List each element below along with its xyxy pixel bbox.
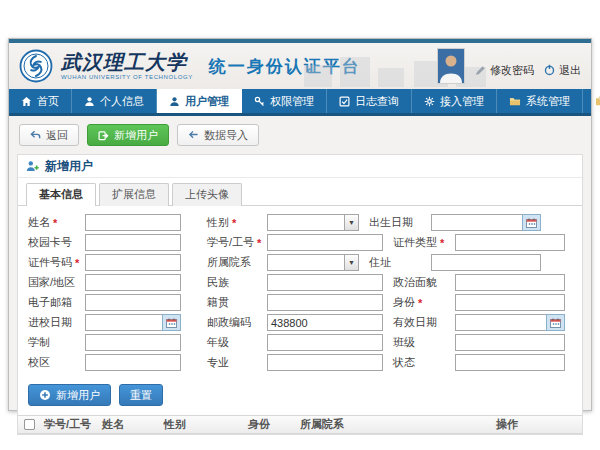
campus-card-input[interactable] (85, 234, 181, 251)
panel-title: 新增用户 (45, 158, 93, 175)
form-row: 进校日期 邮政编码 有效日期 (28, 314, 572, 331)
avatar[interactable] (437, 48, 465, 84)
back-arrow-icon (30, 130, 41, 140)
submit-add-user-button[interactable]: 新增用户 (28, 384, 111, 406)
gear-icon (424, 96, 435, 107)
field-label: 住址 (369, 255, 431, 270)
reset-button[interactable]: 重置 (119, 384, 163, 406)
folder-page-icon (595, 96, 600, 107)
major-input[interactable] (267, 354, 383, 371)
field-label: 政治面貌 (393, 275, 455, 290)
entry-date-field (85, 314, 181, 331)
birth-date-field (431, 214, 541, 231)
field-label: 证件号码* (28, 255, 85, 270)
gender-select[interactable]: ▼ (267, 214, 359, 231)
form-row: 电子邮箱 籍贯 身份* (28, 294, 572, 311)
tab-upload-avatar[interactable]: 上传头像 (172, 183, 242, 206)
platform-title: 统一身份认证平台 (209, 55, 361, 78)
university-name-en: WUHAN UNIVERSITY OF TECHNOLOGY (61, 74, 193, 80)
person-plus-icon (26, 160, 39, 172)
column-header: 操作 (492, 417, 582, 432)
entry-date-input[interactable] (85, 314, 162, 331)
folder-icon (509, 96, 521, 107)
field-label: 校园卡号 (28, 235, 85, 250)
chevron-down-icon: ▼ (344, 215, 358, 230)
calendar-icon[interactable] (522, 214, 541, 231)
chevron-down-icon: ▼ (344, 255, 358, 270)
field-label: 学号/工号* (207, 235, 267, 250)
select-all-checkbox[interactable] (23, 419, 34, 430)
campus-input[interactable] (85, 354, 181, 371)
field-label: 邮政编码 (207, 315, 267, 330)
plus-circle-icon (39, 389, 51, 401)
panel-header: 新增用户 (18, 155, 582, 178)
field-label: 状态 (393, 355, 455, 370)
field-label: 性别* (207, 215, 267, 230)
study-length-input[interactable] (85, 334, 181, 351)
nav-tab-permission-management[interactable]: 权限管理 (242, 89, 327, 113)
student-id-input[interactable] (267, 234, 383, 251)
field-label: 进校日期 (28, 315, 85, 330)
nav-tab-home[interactable]: 首页 (9, 89, 72, 113)
department-select[interactable]: ▼ (267, 254, 359, 271)
import-arrow-icon (188, 130, 199, 140)
field-label: 年级 (207, 335, 267, 350)
status-input[interactable] (455, 354, 565, 371)
main-nav: 首页 个人信息 用户管理 权限管理 日志查询 接入管理 系统管理 订阅管理 (9, 89, 591, 113)
nav-tab-access-management[interactable]: 接入管理 (412, 89, 497, 113)
nav-tab-user-management[interactable]: 用户管理 (157, 89, 242, 113)
nav-tab-log-query[interactable]: 日志查询 (327, 89, 412, 113)
valid-date-input[interactable] (455, 314, 546, 331)
header: 武汉理工大学 WUHAN UNIVERSITY OF TECHNOLOGY 统一… (9, 43, 591, 89)
address-input[interactable] (431, 254, 541, 271)
field-label: 校区 (28, 355, 85, 370)
field-label: 有效日期 (393, 315, 455, 330)
field-label: 证件类型* (393, 235, 455, 250)
power-icon (544, 64, 555, 76)
identity-input[interactable] (455, 294, 565, 311)
calendar-icon[interactable] (162, 314, 181, 331)
tab-basic-info[interactable]: 基本信息 (26, 183, 96, 206)
new-user-panel: 新增用户 基本信息 扩展信息 上传头像 姓名* 性别*▼ 出生日期 校园卡号 学… (17, 154, 583, 435)
country-region-input[interactable] (85, 274, 181, 291)
valid-date-field (455, 314, 565, 331)
grade-input[interactable] (267, 334, 383, 351)
native-place-input[interactable] (267, 294, 383, 311)
select-all-cell (18, 418, 40, 431)
user-table-header: 学号/工号 姓名 性别 身份 所属院系 操作 (18, 415, 582, 434)
field-label: 姓名* (28, 215, 85, 230)
users-icon (169, 96, 180, 107)
field-label: 民族 (207, 275, 267, 290)
email-input[interactable] (85, 294, 181, 311)
university-logo-icon (19, 49, 53, 83)
change-password-link[interactable]: 修改密码 (475, 63, 534, 78)
data-import-button[interactable]: 数据导入 (177, 124, 259, 146)
nav-tab-subscription-management[interactable]: 订阅管理 (583, 89, 600, 113)
home-icon (21, 96, 32, 107)
field-label: 籍贯 (207, 295, 267, 310)
political-status-input[interactable] (455, 274, 565, 291)
app-window: 武汉理工大学 WUHAN UNIVERSITY OF TECHNOLOGY 统一… (8, 38, 592, 411)
tab-extended-info[interactable]: 扩展信息 (99, 183, 169, 206)
class-input[interactable] (455, 334, 565, 351)
nav-tab-personal-info[interactable]: 个人信息 (72, 89, 157, 113)
log-check-icon (339, 96, 350, 107)
add-user-toolbar-icon (98, 130, 109, 141)
birth-date-input[interactable] (431, 214, 522, 231)
name-input[interactable] (85, 214, 181, 231)
back-button[interactable]: 返回 (19, 124, 79, 146)
calendar-icon[interactable] (546, 314, 565, 331)
column-header: 所属院系 (296, 417, 492, 432)
id-type-input[interactable] (455, 234, 565, 251)
basic-info-form: 姓名* 性别*▼ 出生日期 校园卡号 学号/工号* 证件类型* 证件号码* 所属… (18, 206, 582, 379)
postal-code-input[interactable] (267, 314, 383, 331)
ethnicity-input[interactable] (267, 274, 383, 291)
change-password-label: 修改密码 (490, 63, 534, 78)
nav-tab-system-management[interactable]: 系统管理 (497, 89, 583, 113)
add-user-toolbar-button[interactable]: 新增用户 (87, 124, 169, 146)
field-label: 班级 (393, 335, 455, 350)
column-header: 学号/工号 (40, 417, 98, 432)
pencil-icon (475, 65, 486, 76)
id-number-input[interactable] (85, 254, 181, 271)
logout-link[interactable]: 退出 (544, 63, 581, 78)
